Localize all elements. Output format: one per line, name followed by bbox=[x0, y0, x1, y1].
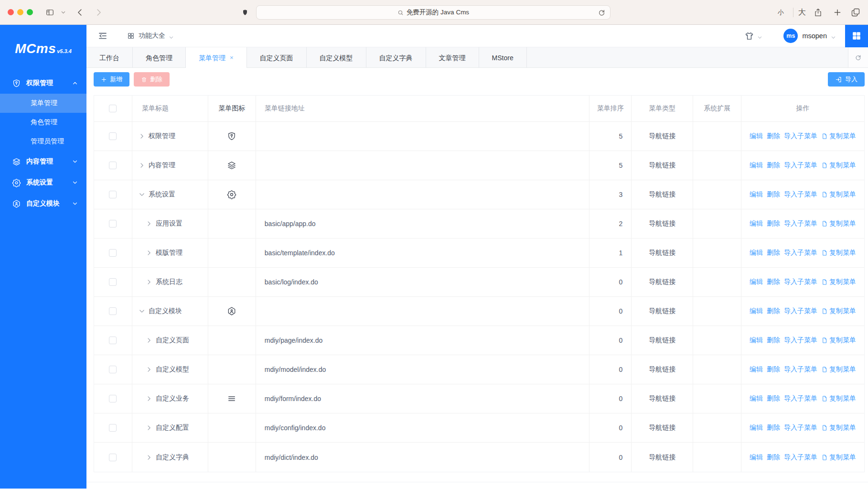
action-copy-menu-link[interactable]: 复制菜单 bbox=[821, 424, 856, 432]
row-checkbox[interactable] bbox=[109, 424, 117, 432]
delete-button[interactable]: 删除 bbox=[134, 72, 170, 87]
tree-caret-icon[interactable] bbox=[138, 191, 146, 198]
action-import-submenu-link[interactable]: 导入子菜单 bbox=[784, 249, 817, 257]
action-edit-link[interactable]: 编辑 bbox=[750, 278, 763, 286]
action-edit-link[interactable]: 编辑 bbox=[750, 394, 763, 403]
action-import-submenu-link[interactable]: 导入子菜单 bbox=[784, 307, 817, 315]
action-copy-menu-link[interactable]: 复制菜单 bbox=[821, 453, 856, 462]
feature-menu-button[interactable]: 功能大全 bbox=[127, 32, 174, 40]
action-edit-link[interactable]: 编辑 bbox=[750, 365, 763, 374]
action-delete-link[interactable]: 删除 bbox=[767, 424, 780, 432]
maximize-window-button[interactable] bbox=[27, 9, 33, 15]
action-copy-menu-link[interactable]: 复制菜单 bbox=[821, 190, 856, 199]
row-checkbox[interactable] bbox=[109, 337, 117, 344]
row-checkbox[interactable] bbox=[109, 249, 117, 257]
sidebar-item-角色管理[interactable]: 角色管理 bbox=[0, 113, 86, 132]
action-delete-link[interactable]: 删除 bbox=[767, 132, 780, 141]
tab-角色管理[interactable]: 角色管理 bbox=[133, 47, 186, 68]
tree-caret-icon[interactable] bbox=[145, 395, 153, 402]
action-import-submenu-link[interactable]: 导入子菜单 bbox=[784, 219, 817, 228]
sidebar-group-1[interactable]: 内容管理 bbox=[0, 151, 86, 172]
select-all-checkbox[interactable] bbox=[109, 105, 117, 112]
action-copy-menu-link[interactable]: 复制菜单 bbox=[821, 278, 856, 286]
add-button[interactable]: 新增 bbox=[94, 72, 129, 87]
action-delete-link[interactable]: 删除 bbox=[767, 365, 780, 374]
sidebar-group-3[interactable]: 自定义模块 bbox=[0, 193, 86, 214]
user-menu[interactable]: ms msopen bbox=[783, 29, 836, 43]
action-edit-link[interactable]: 编辑 bbox=[750, 336, 763, 345]
tab-自定义模型[interactable]: 自定义模型 bbox=[307, 47, 366, 68]
action-import-submenu-link[interactable]: 导入子菜单 bbox=[784, 424, 817, 432]
action-copy-menu-link[interactable]: 复制菜单 bbox=[821, 161, 856, 170]
action-edit-link[interactable]: 编辑 bbox=[750, 132, 763, 141]
row-checkbox[interactable] bbox=[109, 162, 117, 169]
action-edit-link[interactable]: 编辑 bbox=[750, 190, 763, 199]
action-delete-link[interactable]: 删除 bbox=[767, 278, 780, 286]
tree-caret-icon[interactable] bbox=[145, 424, 153, 432]
tree-caret-icon[interactable] bbox=[145, 249, 153, 257]
action-edit-link[interactable]: 编辑 bbox=[750, 307, 763, 315]
close-tab-icon[interactable]: × bbox=[230, 48, 234, 68]
action-edit-link[interactable]: 编辑 bbox=[750, 424, 763, 432]
action-copy-menu-link[interactable]: 复制菜单 bbox=[821, 394, 856, 403]
tab-自定义页面[interactable]: 自定义页面 bbox=[247, 47, 307, 68]
action-edit-link[interactable]: 编辑 bbox=[750, 453, 763, 462]
forward-icon[interactable] bbox=[94, 8, 103, 17]
tree-caret-icon[interactable] bbox=[138, 162, 146, 169]
action-copy-menu-link[interactable]: 复制菜单 bbox=[821, 336, 856, 345]
tree-caret-icon[interactable] bbox=[145, 366, 153, 373]
privacy-shield-icon[interactable] bbox=[242, 8, 248, 16]
tree-caret-icon[interactable] bbox=[138, 307, 146, 315]
row-checkbox[interactable] bbox=[109, 278, 117, 286]
action-edit-link[interactable]: 编辑 bbox=[750, 161, 763, 170]
text-smaller-button[interactable]: 小 bbox=[778, 8, 784, 17]
action-copy-menu-link[interactable]: 复制菜单 bbox=[821, 249, 856, 257]
tab-自定义字典[interactable]: 自定义字典 bbox=[366, 47, 426, 68]
action-copy-menu-link[interactable]: 复制菜单 bbox=[821, 365, 856, 374]
chevron-down-icon[interactable] bbox=[61, 10, 66, 15]
row-checkbox[interactable] bbox=[109, 454, 117, 461]
sidebar-group-0[interactable]: 权限管理 bbox=[0, 73, 86, 94]
refresh-tab-button[interactable] bbox=[848, 47, 868, 67]
minimize-window-button[interactable] bbox=[17, 9, 23, 15]
action-edit-link[interactable]: 编辑 bbox=[750, 249, 763, 257]
sidebar-group-2[interactable]: 系统设置 bbox=[0, 172, 86, 193]
tree-caret-icon[interactable] bbox=[145, 454, 153, 461]
action-import-submenu-link[interactable]: 导入子菜单 bbox=[784, 336, 817, 345]
row-checkbox[interactable] bbox=[109, 366, 117, 373]
reload-icon[interactable] bbox=[598, 9, 606, 17]
action-delete-link[interactable]: 删除 bbox=[767, 394, 780, 403]
action-edit-link[interactable]: 编辑 bbox=[750, 219, 763, 228]
action-import-submenu-link[interactable]: 导入子菜单 bbox=[784, 190, 817, 199]
collapse-sidebar-icon[interactable] bbox=[98, 31, 107, 41]
tree-caret-icon[interactable] bbox=[145, 278, 153, 286]
apps-launcher-button[interactable] bbox=[845, 25, 868, 47]
action-import-submenu-link[interactable]: 导入子菜单 bbox=[784, 132, 817, 141]
row-checkbox[interactable] bbox=[109, 395, 117, 402]
action-copy-menu-link[interactable]: 复制菜单 bbox=[821, 132, 856, 141]
action-delete-link[interactable]: 删除 bbox=[767, 336, 780, 345]
new-tab-icon[interactable] bbox=[833, 8, 842, 17]
tree-caret-icon[interactable] bbox=[145, 337, 153, 344]
tab-菜单管理[interactable]: 菜单管理× bbox=[186, 47, 247, 68]
row-checkbox[interactable] bbox=[109, 307, 117, 315]
tab-MStore[interactable]: MStore bbox=[479, 47, 527, 68]
action-delete-link[interactable]: 删除 bbox=[767, 307, 780, 315]
tree-caret-icon[interactable] bbox=[145, 220, 153, 228]
action-copy-menu-link[interactable]: 复制菜单 bbox=[821, 219, 856, 228]
action-delete-link[interactable]: 删除 bbox=[767, 219, 780, 228]
tab-文章管理[interactable]: 文章管理 bbox=[426, 47, 479, 68]
tree-caret-icon[interactable] bbox=[138, 132, 146, 140]
theme-skin-button[interactable] bbox=[744, 31, 762, 41]
action-import-submenu-link[interactable]: 导入子菜单 bbox=[784, 161, 817, 170]
share-icon[interactable] bbox=[814, 7, 823, 17]
action-import-submenu-link[interactable]: 导入子菜单 bbox=[784, 453, 817, 462]
action-delete-link[interactable]: 删除 bbox=[767, 190, 780, 199]
tab-工作台[interactable]: 工作台 bbox=[86, 47, 133, 68]
back-icon[interactable] bbox=[75, 8, 85, 17]
sidebar-item-菜单管理[interactable]: 菜单管理 bbox=[0, 94, 86, 113]
sidebar-item-管理员管理[interactable]: 管理员管理 bbox=[0, 132, 86, 151]
row-checkbox[interactable] bbox=[109, 191, 117, 198]
text-larger-button[interactable]: 大 bbox=[798, 7, 806, 17]
close-window-button[interactable] bbox=[8, 9, 14, 15]
